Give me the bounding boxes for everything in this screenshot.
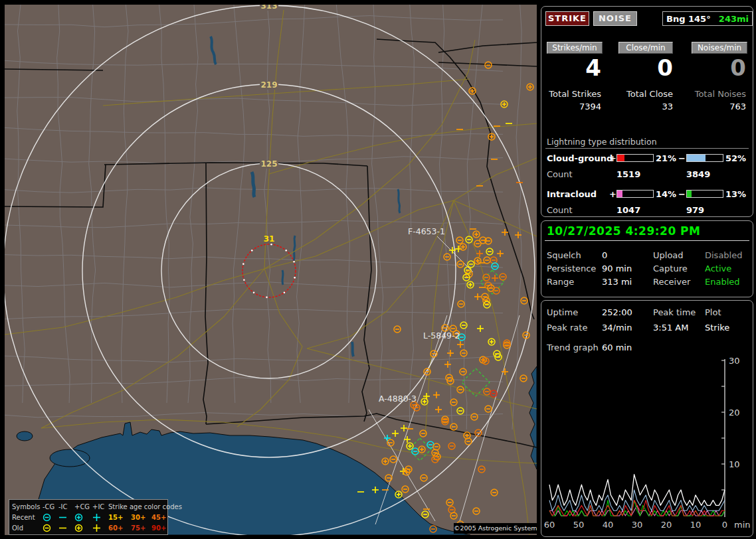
capture-state: Active — [705, 264, 731, 273]
legend-header-nic: -IC — [58, 503, 74, 510]
range-ring-label: 125 — [260, 159, 277, 169]
upload-label: Upload — [653, 250, 684, 260]
trend-graph-value[interactable]: 60 min — [602, 343, 632, 352]
legend-header-age: Strike age color codes — [108, 503, 171, 510]
strike-toggle-button[interactable]: STRIKE — [545, 11, 589, 26]
close-per-min-header[interactable]: Close/min — [618, 42, 673, 54]
pos-cg-percent: 21% — [656, 153, 676, 163]
intracloud-label: Intracloud — [547, 189, 597, 199]
x-axis-unit-label: min — [734, 520, 751, 530]
intracloud-count-row: Count 1047 979 — [541, 205, 753, 214]
legend-age-75: 75+ — [131, 524, 151, 532]
copyright-label: ©2005 Astrogenic Systems — [454, 523, 537, 534]
storm-cell-label[interactable]: L-5849-2 — [423, 331, 460, 341]
bearing-distance: 243mi — [719, 14, 749, 24]
noises-per-min-header[interactable]: Noises/min — [692, 42, 747, 54]
legend-header-pcg: +CG — [74, 503, 92, 510]
settings-panel: 10/27/2025 4:29:20 PM Squelch 0 Upload D… — [541, 220, 753, 297]
map-legend: Symbols -CG -IC +CG +IC Strike age color… — [9, 499, 168, 535]
receiver-label: Receiver — [653, 277, 690, 287]
legend-age-30: 30+ — [131, 514, 151, 521]
total-strikes-label: Total Strikes — [547, 89, 601, 99]
squelch-label: Squelch — [547, 250, 581, 260]
legend-age-60: 60+ — [108, 524, 131, 532]
legend-header-pic: +IC — [92, 503, 108, 510]
legend-symbol-neg-cg-old — [43, 524, 58, 532]
persistence-label: Persistence — [547, 264, 596, 273]
legend-symbol-pos-ic-old — [92, 524, 108, 532]
plot-label: Plot — [705, 307, 721, 317]
pos-ic-percent: 14% — [656, 189, 676, 199]
capture-label: Capture — [653, 264, 688, 273]
total-noises-label: Total Noises — [685, 89, 746, 99]
neg-ic-bar — [686, 190, 723, 198]
x-axis-tick-label: 0 — [722, 520, 727, 530]
legend-row-label: Recent — [12, 514, 43, 521]
pos-ic-count: 1047 — [616, 205, 640, 215]
y-axis-tick-label: 20 — [729, 408, 740, 418]
neg-ic-count: 979 — [686, 205, 704, 215]
legend-header-ncg: -CG — [43, 503, 58, 510]
trend-graph-label: Trend graph — [547, 343, 599, 352]
cloud-ground-count-row: Count 1519 3849 — [541, 169, 753, 179]
cloud-ground-label: Cloud-ground — [547, 153, 613, 163]
trend-panel: Uptime 252:00 Peak time Plot Peak rate 3… — [541, 300, 753, 537]
legend-age-90: 90+ — [151, 524, 171, 532]
neg-cg-percent: 52% — [725, 153, 746, 163]
storm-cell-label[interactable]: F-4653-1 — [408, 226, 445, 236]
persistence-value: 90 min — [602, 264, 632, 273]
minus-sign: − — [678, 153, 686, 163]
noises-per-min-value: 0 — [692, 54, 746, 81]
pos-cg-bar — [616, 154, 654, 162]
range-label: Range — [547, 277, 574, 287]
uptime-label: Uptime — [547, 307, 578, 317]
range-ring-label: 313 — [260, 5, 277, 11]
y-axis-tick-label: 30 — [729, 356, 740, 366]
intracloud-row: Intracloud + 14% − 13% — [541, 189, 753, 198]
peak-rate-value: 34/min — [602, 323, 632, 333]
uptime-value: 252:00 — [602, 307, 632, 317]
x-axis-tick-label: 20 — [661, 520, 672, 530]
cloud-ground-row: Cloud-ground + 21% − 52% — [541, 153, 753, 163]
plus-sign: + — [609, 153, 616, 163]
total-noises-value: 763 — [685, 102, 746, 112]
minus-sign: − — [678, 189, 686, 199]
squelch-value: 0 — [602, 250, 607, 260]
legend-symbol-pos-ic-recent — [92, 513, 108, 522]
strikes-per-min-header[interactable]: Strikes/min — [547, 42, 603, 54]
datetime-display: 10/27/2025 4:29:20 PM — [547, 224, 701, 238]
storm-cell-label[interactable]: A-4880-3 — [379, 394, 417, 404]
neg-ic-percent: 13% — [725, 189, 746, 199]
noise-toggle-button[interactable]: NOISE — [593, 11, 637, 26]
legend-symbol-neg-cg-recent — [43, 513, 58, 522]
count-label: Count — [547, 169, 573, 179]
bearing-label: Bng 145° — [666, 14, 711, 24]
upload-state: Disabled — [705, 250, 742, 260]
legend-age-15: 15+ — [108, 514, 131, 521]
divider — [545, 148, 749, 149]
lightning-map[interactable]: 31321912531F-4653-1L-5849-2A-4880-3 Symb… — [5, 5, 537, 535]
legend-header-symbols: Symbols — [12, 503, 43, 510]
bearing-display: Bng 145° 243mi — [662, 11, 753, 26]
stats-panel: STRIKE NOISE Bng 145° 243mi Strikes/min … — [541, 6, 753, 217]
receiver-state: Enabled — [705, 277, 740, 287]
distribution-title: Lightning type distribution — [547, 137, 657, 147]
peak-time-label: Peak time — [653, 307, 696, 317]
total-strikes-value: 7394 — [547, 102, 601, 112]
trend-series--cg — [549, 501, 725, 516]
x-axis-tick-label: 30 — [632, 520, 643, 530]
peak-time-value: 3:51 AM — [653, 323, 688, 333]
range-ring-label: 219 — [260, 80, 277, 90]
nexstorm-window: 31321912531F-4653-1L-5849-2A-4880-3 Symb… — [0, 0, 756, 539]
x-axis-tick-label: 50 — [573, 520, 585, 530]
total-close-label: Total Close — [612, 89, 673, 99]
divider — [545, 240, 749, 241]
legend-symbol-pos-cg-old — [74, 524, 92, 532]
pos-cg-count: 1519 — [616, 169, 640, 179]
legend-symbol-pos-cg-recent — [74, 513, 92, 522]
x-axis-tick-label: 60 — [544, 520, 555, 530]
x-axis-tick-label: 40 — [603, 520, 614, 530]
x-axis-tick-label: 10 — [690, 520, 702, 530]
legend-age-45: 45+ — [151, 514, 171, 521]
pos-ic-bar — [616, 190, 654, 198]
